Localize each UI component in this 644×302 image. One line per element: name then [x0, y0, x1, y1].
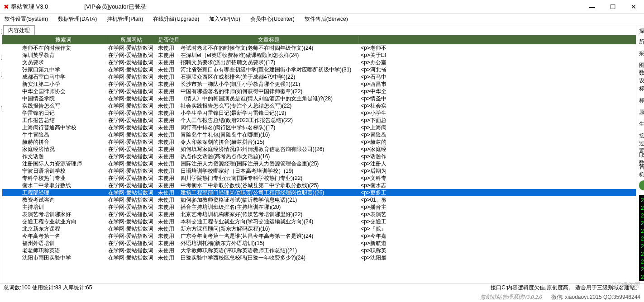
image-label: 图片设置 — [639, 61, 644, 69]
log-line: 22:28:24沈阳市雨田实验中学 入库成功 — [641, 197, 644, 204]
panel-title: 操作区 — [639, 27, 644, 35]
tabbar: 内容处理 — [2, 25, 636, 35]
menu-service[interactable]: 软件售后(Service) — [305, 15, 348, 23]
table-row[interactable]: 工程部经理在学网-爱站指数词未使用建筑工程部部门经理岗位职责(公司工程部经理岗位… — [2, 189, 636, 196]
col-title[interactable]: 文章标题 — [179, 36, 359, 44]
thread-label: 采集线程 — [639, 50, 644, 57]
titlebar: ✖ 群站管理 V3.0 [VIP会员]youafor已登录 — ☐ ✕ — [0, 0, 644, 14]
table-row[interactable]: 实践报告怎么写在学网-爱站指数词未使用社会实践报告怎么写(专注个人总结怎么写)(… — [2, 102, 636, 109]
table-row[interactable]: 牛牛冒险岛在学网-爱站指数词未使用冒险岛牛牛礼包(冒险岛牛在哪里)(16)<p>… — [2, 131, 636, 138]
table-row[interactable]: 深圳英孚教育在学网-爱站指数词未使用在深圳ef（ef英语收费标准)做课程顾问怎么… — [2, 52, 636, 59]
log-line: 22:26:02 正在查询内存>>>>>> — [641, 266, 644, 274]
table-row[interactable]: 教资考试咨询在学网-爱站指数词未使用如何参加教师资格证考试(临沂教学信息电话)(… — [2, 196, 636, 203]
gen-label: 生成词语 — [639, 120, 644, 128]
table-row[interactable]: 上海闵行普通高中学校在学网-爱站指数词未使用闵行高中排名(闵行区中学排名梯队)(… — [2, 124, 636, 131]
menu-data[interactable]: 数据管理(DATA) — [58, 15, 97, 23]
footer-signature: 無劍群站管理系统V3.0.2.6 — [480, 293, 542, 301]
table-row[interactable]: 中华全国律师协会在学网-爱站指数词未使用中国有哪些著名的律师(如何获得中国律师徽… — [2, 88, 636, 95]
table-row[interactable]: 主持培训在学网-爱站指数词未使用播音主持培训班级排名(主持培训在哪)(20)<p… — [2, 203, 636, 211]
site-label: 所属网站 — [639, 38, 644, 46]
col-used[interactable]: 是否使用 — [156, 36, 179, 44]
horizontal-scrollbar[interactable] — [2, 275, 636, 283]
login-status: [VIP会员]youafor已登录 — [84, 3, 146, 11]
table-row[interactable]: 作文话题在学网-爱站指数词未使用热点作文话题(高考热点作文话题)(16)<p>话… — [2, 153, 636, 160]
table-row[interactable]: 赫赫的拼音在学网-爱站指数词未使用令人印象深刻的拼音(赫兹拼音)(15)<p>赫… — [2, 138, 636, 146]
table-row[interactable]: 专科学校热门专业在学网-爱站指数词未使用四川学院热门专业(云南国际专科学校热门专… — [2, 175, 636, 182]
table-row[interactable]: 工作报告总结在学网-爱站指数词未使用个人工作报告总结(政府2023工作报告总结)… — [2, 117, 636, 124]
table-row[interactable]: 今年高考第一名在学网-爱站指数词未使用广东今年高考第一名是谁(甚昌今年高考第一名… — [2, 232, 636, 240]
table-row[interactable]: 沈阳市雨田实验中学在学网-爱站指数词未使用田豫实验中学西校区总校吗(田豫一年收费… — [2, 254, 636, 261]
maximize-button[interactable]: ☐ — [602, 0, 623, 14]
log-line: 22:26:59 正在查询内存>>>>>> — [641, 235, 644, 243]
app-icon: ✖ — [4, 3, 9, 10]
table-row[interactable]: 交通工程专业就业方向在学网-爱站指数词未使用本科交通工程专业就业方向(学习交通运… — [2, 218, 636, 225]
menu-system[interactable]: 软件设置(System) — [5, 15, 48, 23]
table-row[interactable]: 北京新东方课程在学网-爱站指数词未使用新东方课程顾问(新东方解码课程)(16)<… — [2, 225, 636, 232]
data-grid: 搜索词 所属网站 是否使用 文章标题 老师不在的时候作文在学网-爱站指数词未使用… — [2, 35, 636, 275]
api-label: 接口设置 — [639, 132, 644, 140]
menu-upgrade[interactable]: 在线升级(Upgrade) — [153, 15, 199, 23]
table-row[interactable]: 家庭经济情况在学网-爱站指数词未使用如何填写家庭经济情况(郑州清洲教育信息咨询有… — [2, 146, 636, 153]
table-row[interactable]: 中国情圣学院在学网-爱站指数词未使用《情人》中的韩国演员是谁(情人刘磊酒店中的女… — [2, 95, 636, 102]
start-button[interactable]: 开始 — [639, 180, 644, 190]
menu-plan[interactable]: 挂机管理(Plan) — [107, 15, 143, 23]
auto-label: 智能挂机: — [639, 163, 644, 179]
table-row[interactable]: 表演艺考培训哪家好在学网-爱站指数词未使用北京艺考培训机构哪家好(传媒艺考培训哪… — [2, 211, 636, 218]
footer-bar: 無劍群站管理系统V3.0.2.6 微信: xiaodaoyu2015 QQ:35… — [0, 292, 644, 302]
col-keyword[interactable]: 搜索词 — [20, 36, 106, 44]
table-row[interactable]: 新安江第二小学在学网-爱站指数词未使用长沙市第一梯队小学(凯里小学教育哪个更强?… — [2, 80, 636, 88]
col-site[interactable]: 所属网站 — [106, 36, 156, 44]
tab-content-process[interactable]: 内容处理 — [3, 25, 35, 35]
log-line: 22:27:04今年高考第一名 入库成功 — [641, 227, 644, 235]
app-title: 群站管理 V3.0 — [11, 3, 48, 11]
close-button[interactable]: ✕ — [623, 0, 644, 14]
num-label: 数量设置 — [639, 69, 644, 85]
model-label: 标题模型 — [639, 97, 644, 104]
operation-panel: 操作区 所属网站 在学网-爱站指数词▼ 采集线程 2▼ 图片设置 内置图片 数量… — [636, 25, 644, 283]
table-row[interactable]: 学雷锋的日记在学网-爱站指数词未使用小学生学习雷锋日记(最新学习雷锋日记)(19… — [2, 109, 636, 117]
log-line: 22:28:11 正在查询内存>>>>>> — [641, 212, 644, 220]
table-row[interactable]: 衡水二中录取分数线在学网-爱站指数词未使用中考衡水二中录取分数线(谷城县第二中学… — [2, 182, 636, 189]
orig-label: 原创处理 — [639, 109, 644, 116]
status-right: 接口C:内容逻辑度欠佳,原创度高。 适合用于三级别域名建站。 — [491, 284, 640, 292]
menubar: 软件设置(System) 数据管理(DATA) 挂机管理(Plan) 在线升级(… — [0, 14, 644, 25]
grid-header: 搜索词 所属网站 是否使用 文章标题 — [2, 35, 636, 44]
menu-ucenter[interactable]: 会员中心(Ucenter) — [250, 15, 295, 23]
footer-contact: 微信: xiaodaoyu2015 QQ:359946244 — [551, 293, 640, 301]
log-line: 22:28:09福州外语培训 入库成功 — [641, 220, 644, 227]
table-row[interactable]: 成都石室白马中学在学网-爱站指数词未使用石狮联众西区在成都排名(关于成都479中… — [2, 73, 636, 80]
status-left: 总词数:100 使用统计:83 入库统计:65 — [4, 284, 92, 292]
status-bar: 总词数:100 使用统计:83 入库统计:65 接口C:内容逻辑度欠佳,原创度高… — [0, 283, 644, 292]
table-row[interactable]: 张家口第九中学在学网-爱站指数词未使用河北省张家口市有哪些初级中学(宣化建国街小… — [2, 66, 636, 73]
table-row[interactable]: 注册国际人力资源管理师在学网-爱站指数词未使用国际注册人力资源经理(国际注册人力… — [2, 160, 636, 167]
log-line: 22:26:13当前标题内容有违禁问题, 已删除 — [641, 250, 644, 258]
table-row[interactable]: 老师不在的时候作文在学网-爱站指数词未使用考试时老师不在的时候作文(老师不在时四… — [2, 44, 636, 52]
menu-vip[interactable]: 加入VIP(Vip) — [209, 15, 240, 23]
table-row[interactable]: 福州外语培训在学网-爱站指数词未使用外语培训托福(新东方外语培训)(15)<p>… — [2, 240, 636, 247]
style-label: 标题样式 — [639, 85, 644, 93]
log-line: 22:26:55北京新东方课程 入库成功 — [641, 243, 644, 250]
grid-body[interactable]: 老师不在的时候作文在学网-爱站指数词未使用考试时老师不在的时候作文(老师不在时四… — [2, 44, 636, 275]
log-line: 22:26:06交通工程专业就业方向 入库成功 — [641, 258, 644, 266]
table-row[interactable]: 宁波日语培训学校在学网-爱站指数词未使用日语培训学校哪家好（日本高考培训学校）(… — [2, 167, 636, 175]
table-row[interactable]: 文员要求在学网-爱站指数词未使用招聘文员要求(派出所招聘文员要求)(17)<p>… — [2, 59, 636, 66]
table-row[interactable]: 老老师职称英语在学网-爱站指数词未使用大学教师职称英语(评职称英语教师工作总结)… — [2, 247, 636, 254]
log-console[interactable]: 22:28:24沈阳市雨田实验中学 入库成功22:28:18孙老师职称英语 入库… — [639, 195, 644, 281]
minimize-button[interactable]: — — [582, 0, 602, 14]
log-line: 22:26:01表演艺考培训哪家好 入库成功 — [641, 274, 644, 281]
log-line: 22:28:18孙老师职称英语 入库成功 — [641, 204, 644, 212]
